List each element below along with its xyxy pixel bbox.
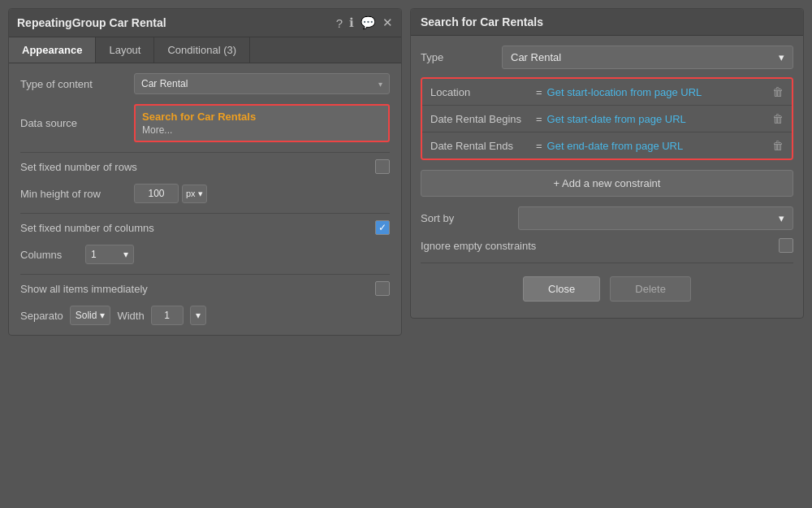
separator-arrow: ▾ — [100, 310, 105, 321]
set-fixed-rows-checkbox[interactable] — [375, 159, 390, 174]
set-fixed-rows-label: Set fixed number of rows — [20, 161, 137, 173]
delete-button[interactable]: Delete — [610, 276, 691, 302]
constraint-trash-date-begins[interactable]: 🗑 — [772, 112, 784, 125]
divider1 — [20, 152, 390, 153]
type-select-arrow: ▾ — [779, 51, 784, 63]
close-button[interactable]: Close — [523, 276, 600, 302]
constraint-value-date-begins[interactable]: Get start-date from page URL — [547, 113, 766, 125]
separator-type-select[interactable]: Solid ▾ — [70, 306, 111, 325]
divider3 — [20, 274, 390, 275]
tab-appearance[interactable]: Appearance — [9, 37, 96, 63]
info-icon[interactable]: ℹ — [349, 15, 354, 30]
type-of-content-row: Type of content Car Rental ▾ — [20, 73, 390, 94]
set-fixed-columns-label: Set fixed number of columns — [20, 222, 154, 234]
ignore-empty-checkbox[interactable] — [779, 238, 793, 253]
data-source-row: Data source Search for Car Rentals More.… — [20, 104, 390, 142]
width-label: Width — [117, 310, 144, 322]
show-all-items-checkbox[interactable] — [375, 281, 390, 296]
add-constraint-button[interactable]: + Add a new constraint — [421, 170, 793, 197]
set-fixed-columns-row: Set fixed number of columns ✓ — [20, 220, 390, 235]
divider2 — [20, 213, 390, 214]
constraint-row-location: Location = Get start-location from page … — [422, 79, 792, 106]
bottom-divider — [421, 263, 793, 263]
separator-label: Separato — [20, 310, 63, 322]
constraint-row-date-begins: Date Rental Begins = Get start-date from… — [422, 106, 792, 132]
checkmark-icon: ✓ — [378, 222, 387, 233]
min-height-input[interactable]: 100 — [134, 184, 179, 203]
left-panel: RepeatingGroup Car Rental ? ℹ 💬 ✕ Appear… — [8, 8, 402, 336]
type-of-content-label: Type of content — [20, 78, 134, 90]
set-fixed-columns-checkbox[interactable]: ✓ — [375, 220, 390, 235]
constraint-eq-date-ends: = — [536, 140, 542, 152]
columns-label: Columns — [20, 249, 85, 261]
data-source-line1: Search for Car Rentals — [142, 111, 382, 123]
header-icons: ? ℹ 💬 ✕ — [336, 15, 393, 30]
data-source-line2: More... — [142, 124, 382, 136]
ignore-empty-row: Ignore empty constraints — [421, 238, 793, 253]
tab-layout[interactable]: Layout — [96, 37, 154, 63]
ignore-empty-label: Ignore empty constraints — [421, 240, 536, 252]
right-panel-body: Type Car Rental ▾ Location = Get start-l… — [411, 36, 803, 318]
type-row: Type Car Rental ▾ — [421, 46, 793, 69]
constraint-value-date-ends[interactable]: Get end-date from page URL — [547, 140, 766, 152]
columns-row: Columns 1 ▾ — [20, 245, 390, 264]
set-fixed-rows-row: Set fixed number of rows — [20, 159, 390, 174]
columns-arrow: ▾ — [123, 249, 128, 260]
action-buttons: Close Delete — [421, 270, 793, 308]
constraint-value-location[interactable]: Get start-location from page URL — [547, 86, 766, 98]
constraints-box: Location = Get start-location from page … — [421, 77, 793, 160]
comment-icon[interactable]: 💬 — [361, 15, 376, 30]
constraint-field-location: Location — [430, 86, 536, 98]
sort-by-label: Sort by — [421, 212, 518, 224]
constraint-field-date-begins: Date Rental Begins — [430, 113, 536, 125]
left-panel-title: RepeatingGroup Car Rental — [17, 16, 166, 29]
constraint-row-date-ends: Date Rental Ends = Get end-date from pag… — [422, 132, 792, 158]
right-panel-header: Search for Car Rentals — [411, 9, 803, 36]
data-source-label: Data source — [20, 117, 134, 129]
help-icon[interactable]: ? — [336, 16, 343, 30]
type-field-label: Type — [421, 51, 502, 63]
tab-conditional[interactable]: Conditional (3) — [154, 37, 250, 63]
constraint-trash-date-ends[interactable]: 🗑 — [772, 139, 784, 152]
constraint-trash-location[interactable]: 🗑 — [772, 85, 784, 98]
close-icon[interactable]: ✕ — [382, 15, 393, 30]
separator-width-arrow[interactable]: ▾ — [190, 306, 206, 325]
min-height-unit[interactable]: px ▾ — [182, 185, 207, 203]
show-all-items-label: Show all items immediately — [20, 283, 148, 295]
data-source-box[interactable]: Search for Car Rentals More... — [134, 104, 390, 142]
constraint-eq-location: = — [536, 86, 542, 98]
sort-by-select[interactable]: ▾ — [518, 206, 793, 230]
separator-row: Separato Solid ▾ Width 1 ▾ — [20, 306, 390, 325]
type-of-content-arrow: ▾ — [378, 80, 382, 89]
sort-by-arrow: ▾ — [779, 212, 784, 224]
left-panel-header: RepeatingGroup Car Rental ? ℹ 💬 ✕ — [9, 9, 401, 37]
constraint-field-date-ends: Date Rental Ends — [430, 140, 536, 152]
type-field-select[interactable]: Car Rental ▾ — [502, 46, 793, 69]
min-height-row: Min height of row 100 px ▾ — [20, 184, 390, 203]
columns-select[interactable]: 1 ▾ — [85, 245, 134, 264]
tabs-row: Appearance Layout Conditional (3) — [9, 37, 401, 63]
right-panel: Search for Car Rentals Type Car Rental ▾… — [410, 8, 804, 319]
separator-width-input[interactable]: 1 — [151, 306, 184, 325]
left-panel-body: Type of content Car Rental ▾ Data source… — [9, 63, 401, 335]
type-of-content-select[interactable]: Car Rental ▾ — [134, 73, 390, 94]
min-height-label: Min height of row — [20, 188, 134, 200]
show-all-items-row: Show all items immediately — [20, 281, 390, 296]
right-panel-title: Search for Car Rentals — [421, 15, 543, 28]
sort-by-row: Sort by ▾ — [421, 206, 793, 230]
constraint-eq-date-begins: = — [536, 113, 542, 125]
